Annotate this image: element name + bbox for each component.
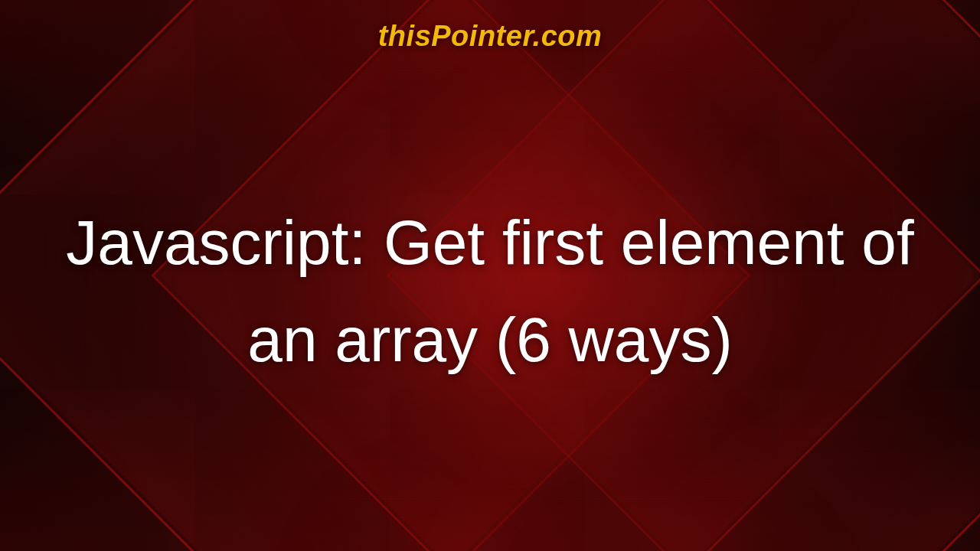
article-title: Javascript: Get first element of an arra… xyxy=(46,194,934,388)
title-container: Javascript: Get first element of an arra… xyxy=(0,0,980,551)
